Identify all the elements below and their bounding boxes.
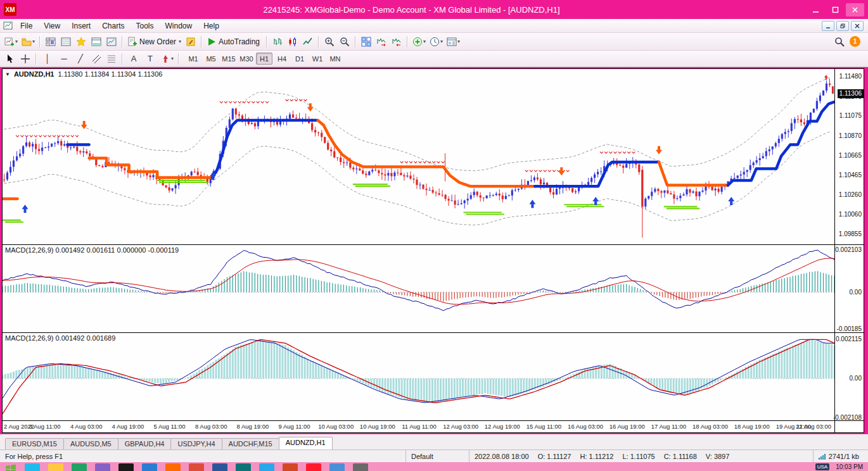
internet-explorer-icon[interactable] bbox=[25, 463, 40, 471]
trendline-button[interactable]: ╱ bbox=[72, 52, 89, 66]
menu-item-insert[interactable]: Insert bbox=[66, 20, 96, 32]
vertical-line-button[interactable]: │ bbox=[39, 52, 56, 66]
window-minimize-button[interactable] bbox=[807, 3, 825, 16]
timeframe-d1-button[interactable]: D1 bbox=[291, 53, 308, 65]
terminal-button[interactable] bbox=[89, 35, 104, 49]
firefox-icon[interactable] bbox=[165, 463, 181, 471]
timeframe-w1-button[interactable]: W1 bbox=[309, 53, 326, 65]
zoom-out-button[interactable] bbox=[337, 35, 352, 49]
fibonacci-button[interactable] bbox=[104, 52, 119, 66]
menu-item-window[interactable]: Window bbox=[160, 20, 198, 32]
strategy-tester-button[interactable] bbox=[104, 35, 119, 49]
symbol-collapse-icon[interactable]: ▼ bbox=[5, 72, 10, 77]
market-watch-button[interactable] bbox=[43, 35, 58, 49]
opera-icon[interactable] bbox=[306, 463, 321, 471]
purple-app-icon[interactable] bbox=[95, 463, 110, 471]
skype-icon[interactable] bbox=[259, 463, 274, 471]
macd-panel-1[interactable]: MACD(12,26,9) 0.001492 0.001611 0.000000… bbox=[3, 245, 834, 333]
candlestick-chart-button[interactable] bbox=[285, 35, 300, 49]
indicator-axis-label: 0.002115 bbox=[836, 336, 862, 342]
channel-button[interactable] bbox=[89, 52, 104, 66]
chart-shift-button[interactable] bbox=[389, 35, 404, 49]
language-indicator[interactable]: USA bbox=[815, 463, 829, 470]
chart-tabs-bar: EURUSD,M15AUDUSD,M5GBPAUD,H4USDJPY,H4AUD… bbox=[0, 434, 868, 449]
file-explorer-icon[interactable] bbox=[48, 463, 63, 471]
templates-button[interactable]: ▾ bbox=[445, 35, 462, 49]
chrome-icon[interactable] bbox=[189, 463, 204, 471]
chart-tab-eurusd[interactable]: EURUSD,M15 bbox=[5, 438, 64, 449]
metaeditor-button[interactable] bbox=[183, 35, 198, 49]
profiles-button[interactable]: ▾ bbox=[20, 35, 37, 49]
timeframe-m30-button[interactable]: M30 bbox=[238, 53, 255, 65]
blue-app-icon[interactable] bbox=[142, 463, 157, 471]
line-chart-button[interactable] bbox=[300, 35, 316, 49]
cursor-button[interactable] bbox=[3, 52, 18, 66]
timeframe-mn-button[interactable]: MN bbox=[327, 53, 343, 65]
chart-tab-gbpaud[interactable]: GBPAUD,H4 bbox=[118, 438, 172, 449]
word-icon[interactable] bbox=[212, 463, 227, 471]
start-button[interactable] bbox=[5, 463, 16, 471]
macd-panel-2[interactable]: MACD(12,26,9) 0.001492 0.001689 bbox=[3, 333, 834, 421]
chart-tab-audusd[interactable]: AUDUSD,M5 bbox=[63, 438, 118, 449]
search-button[interactable] bbox=[832, 35, 847, 49]
chart-close-button[interactable] bbox=[851, 21, 864, 31]
timeframe-m15-button[interactable]: M15 bbox=[220, 53, 237, 65]
macd2-axis[interactable]: 0.0021150.00-0.002108 bbox=[834, 333, 864, 421]
notification-badge[interactable]: 1 bbox=[850, 36, 860, 47]
zoom-in-button[interactable] bbox=[322, 35, 337, 49]
horizontal-line-button[interactable]: ─ bbox=[56, 52, 72, 66]
new-chart-button[interactable]: ▾ bbox=[3, 35, 20, 49]
chart-tab-usdjpy[interactable]: USDJPY,H4 bbox=[170, 438, 222, 449]
menu-item-file[interactable]: File bbox=[15, 20, 38, 32]
toolbar-separator bbox=[355, 36, 356, 47]
telegram-icon[interactable] bbox=[329, 463, 345, 471]
arrows-tool-button[interactable]: ▾ bbox=[158, 52, 176, 66]
edge-icon[interactable] bbox=[236, 463, 251, 471]
auto-scroll-button[interactable] bbox=[374, 35, 389, 49]
taskbar-clock[interactable]: 10:03 PM bbox=[836, 463, 863, 470]
periods-button[interactable]: ▾ bbox=[428, 35, 445, 49]
timeframe-m5-button[interactable]: M5 bbox=[203, 53, 219, 65]
menu-item-help[interactable]: Help bbox=[198, 20, 225, 32]
tile-windows-button[interactable] bbox=[359, 35, 374, 49]
timeframe-h1-button[interactable]: H1 bbox=[256, 53, 272, 65]
status-bar-time: 2022.08.08 18:00 bbox=[475, 453, 529, 460]
command-prompt-icon[interactable] bbox=[118, 463, 134, 471]
chart-tab-audchf[interactable]: AUDCHF,M15 bbox=[222, 438, 279, 449]
time-axis[interactable]: 2 Aug 20223 Aug 11:004 Aug 03:004 Aug 19… bbox=[3, 421, 834, 432]
powerpoint-icon[interactable] bbox=[283, 463, 298, 471]
time-axis-label: 18 Aug 03:00 bbox=[691, 423, 730, 430]
price-axis[interactable]: 1.114801.112751.110751.108701.106651.104… bbox=[834, 69, 864, 245]
window-title: 22415245: XMGlobal-Demo - Demo Account -… bbox=[22, 5, 801, 15]
toolbar-separator bbox=[201, 36, 202, 47]
autotrading-label: AutoTrading bbox=[219, 37, 260, 46]
chart-tab-audnzd[interactable]: AUDNZD,H1 bbox=[279, 437, 333, 449]
steam-icon[interactable] bbox=[353, 463, 368, 471]
new-order-button[interactable]: New Order▾ bbox=[125, 35, 183, 49]
window-maximize-button[interactable] bbox=[826, 3, 845, 16]
navigator-button[interactable] bbox=[73, 35, 89, 49]
menu-item-tools[interactable]: Tools bbox=[131, 20, 160, 32]
bar-chart-button[interactable] bbox=[270, 35, 285, 49]
data-window-button[interactable] bbox=[58, 35, 73, 49]
macd1-axis[interactable]: 0.0021030.00-0.00185 bbox=[834, 245, 864, 333]
chart-minimize-button[interactable] bbox=[822, 21, 834, 31]
time-axis-label: 10 Aug 19:00 bbox=[358, 423, 397, 430]
crosshair-button[interactable] bbox=[18, 52, 33, 66]
window-close-button[interactable] bbox=[846, 3, 864, 16]
excel-icon[interactable] bbox=[72, 463, 87, 471]
status-profile[interactable]: Default bbox=[405, 450, 469, 462]
autotrading-button[interactable]: AutoTrading bbox=[205, 35, 264, 49]
text-label-button[interactable]: T bbox=[142, 52, 158, 66]
metatrader-window: XM 22415245: XMGlobal-Demo - Demo Accoun… bbox=[0, 0, 868, 471]
indicators-button[interactable]: ▾ bbox=[411, 35, 428, 49]
timeframe-h4-button[interactable]: H4 bbox=[274, 53, 290, 65]
timeframe-m1-button[interactable]: M1 bbox=[185, 53, 201, 65]
menu-items: FileViewInsertChartsToolsWindowHelp bbox=[15, 20, 225, 32]
text-button[interactable]: A bbox=[125, 52, 142, 66]
main-chart-panel[interactable]: ▼ AUDNZD,H1 1.11380 1.11384 1.11304 1.11… bbox=[3, 69, 834, 245]
chart-area: ▼ AUDNZD,H1 1.11380 1.11384 1.11304 1.11… bbox=[0, 67, 868, 434]
chart-restore-button[interactable] bbox=[836, 21, 849, 31]
menu-item-charts[interactable]: Charts bbox=[96, 20, 130, 32]
menu-item-view[interactable]: View bbox=[38, 20, 66, 32]
